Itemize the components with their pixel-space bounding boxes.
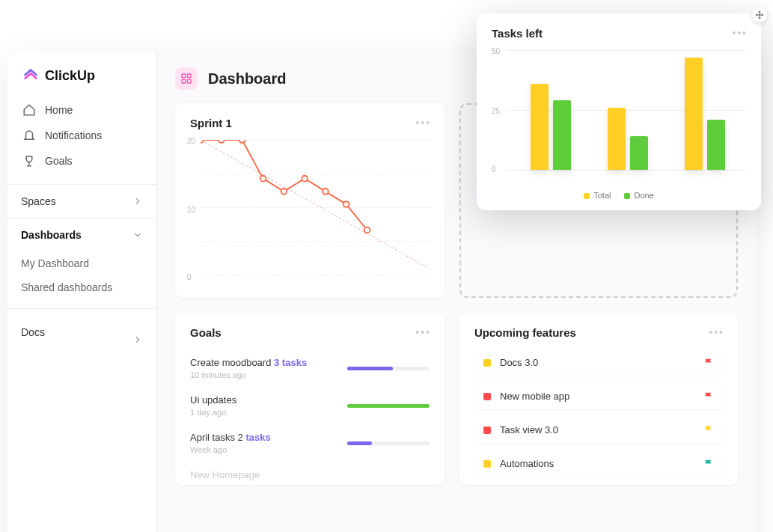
- upcoming-card: Upcoming features ••• Docs 3.0New mobile…: [459, 313, 738, 485]
- feature-item[interactable]: Task view 3.0: [474, 417, 723, 443]
- feature-label: New mobile app: [500, 391, 569, 402]
- goal-item[interactable]: New Homepage: [190, 462, 430, 485]
- tasks-left-more-icon[interactable]: •••: [732, 27, 748, 39]
- goals-title: Goals: [190, 326, 430, 339]
- bar-group: [531, 84, 571, 170]
- nav-notifications-label: Notifications: [45, 129, 102, 141]
- tasks-ytick-0: 0: [492, 165, 496, 174]
- goal-item[interactable]: Ui updates1 day ago: [190, 387, 430, 424]
- svg-point-11: [302, 176, 308, 182]
- nav-notifications[interactable]: Notifications: [21, 123, 143, 148]
- section-docs: Docs: [7, 308, 156, 355]
- goal-time: 10 minutes ago: [190, 370, 307, 379]
- sprint-ytick-10: 10: [187, 206, 195, 214]
- sprint-more-icon[interactable]: •••: [415, 117, 431, 129]
- svg-point-12: [323, 189, 329, 195]
- goal-item[interactable]: Create moodboard 3 tasks10 minutes ago: [190, 349, 430, 387]
- bar-total: [531, 84, 549, 170]
- brand-name: ClickUp: [45, 68, 95, 84]
- feature-label: Task view 3.0: [500, 424, 558, 435]
- tasks-left-title: Tasks left: [492, 27, 746, 40]
- svg-point-14: [364, 227, 370, 233]
- upcoming-more-icon[interactable]: •••: [709, 326, 724, 338]
- flag-icon: [703, 425, 714, 435]
- goals-more-icon[interactable]: •••: [415, 326, 431, 338]
- sprint-title: Sprint 1: [190, 117, 430, 129]
- tasks-legend: Total Done: [492, 191, 746, 200]
- chevron-right-icon: [132, 196, 143, 207]
- upcoming-list: Docs 3.0New mobile appTask view 3.0Autom…: [474, 349, 723, 477]
- goal-progress-bar: [347, 367, 430, 370]
- sidebar: ClickUp Home Notifications Goals Spaces: [7, 52, 157, 532]
- nav-my-dashboard[interactable]: My Dashboard: [21, 251, 143, 275]
- home-icon: [22, 103, 36, 117]
- goal-time: Week ago: [190, 445, 271, 454]
- clickup-logo-icon: [22, 67, 39, 84]
- bar-done: [553, 100, 571, 170]
- section-docs-header[interactable]: Docs: [7, 309, 156, 355]
- svg-rect-4: [187, 79, 191, 83]
- goal-label: Ui updates: [190, 394, 236, 406]
- tasks-ytick-25: 25: [492, 107, 500, 115]
- goal-label: Create moodboard 3 tasks: [190, 357, 307, 368]
- nav-primary: Home Notifications Goals: [7, 97, 156, 184]
- brand-logo[interactable]: ClickUp: [7, 52, 156, 97]
- sprint-ytick-0: 0: [187, 273, 192, 281]
- goal-label: April tasks 2 tasks: [190, 432, 271, 443]
- bar-group: [608, 108, 648, 170]
- nav-home[interactable]: Home: [21, 97, 143, 123]
- svg-point-10: [281, 189, 287, 195]
- trophy-icon: [22, 154, 36, 168]
- flag-icon: [703, 459, 714, 469]
- flag-icon: [703, 358, 714, 368]
- sprint-card: Sprint 1 ••• 20 10 0: [175, 103, 444, 298]
- goal-label: New Homepage: [190, 469, 260, 480]
- nav-goals[interactable]: Goals: [21, 148, 143, 174]
- section-spaces-label: Spaces: [21, 195, 56, 207]
- feature-status-icon: [483, 426, 491, 434]
- dashboards-children: My Dashboard Shared dashboards: [7, 251, 156, 308]
- tasks-left-chart: 50 25 0: [492, 50, 746, 185]
- svg-rect-1: [182, 74, 186, 78]
- goal-item[interactable]: April tasks 2 tasksWeek ago: [190, 424, 430, 462]
- drag-handle-icon[interactable]: [755, 10, 764, 19]
- section-dashboards-label: Dashboards: [21, 229, 82, 241]
- section-dashboards: Dashboards My Dashboard Shared dashboard…: [7, 218, 156, 308]
- bar-total: [608, 108, 626, 170]
- upcoming-title: Upcoming features: [474, 326, 723, 339]
- dashboard-icon: [175, 67, 198, 90]
- bar-done: [707, 120, 725, 170]
- feature-label: Docs 3.0: [500, 357, 538, 368]
- feature-status-icon: [483, 460, 491, 468]
- nav-home-label: Home: [45, 104, 73, 116]
- section-dashboards-header[interactable]: Dashboards: [7, 218, 156, 251]
- bar-done: [630, 136, 648, 170]
- feature-item[interactable]: Automations: [474, 450, 723, 477]
- goal-progress-bar: [347, 441, 430, 445]
- bar-total: [685, 58, 703, 170]
- svg-point-8: [239, 140, 245, 143]
- chevron-right-icon: [132, 334, 143, 345]
- svg-point-9: [260, 176, 266, 182]
- tasks-bars: [513, 50, 743, 170]
- svg-rect-2: [187, 74, 191, 78]
- chevron-down-icon: [132, 230, 143, 240]
- sprint-chart: 20 10 0: [190, 140, 430, 282]
- bar-group: [685, 58, 725, 170]
- section-spaces-header[interactable]: Spaces: [7, 185, 156, 218]
- goals-card: Goals ••• Create moodboard 3 tasks10 min…: [175, 313, 444, 485]
- feature-item[interactable]: Docs 3.0: [474, 349, 723, 376]
- svg-line-5: [201, 140, 430, 269]
- feature-item[interactable]: New mobile app: [474, 383, 723, 409]
- feature-label: Automations: [500, 458, 554, 469]
- bell-icon: [22, 129, 36, 142]
- section-spaces: Spaces: [7, 184, 156, 218]
- feature-status-icon: [483, 359, 491, 367]
- feature-status-icon: [483, 393, 491, 400]
- sprint-burndown-svg: [201, 140, 430, 269]
- tasks-left-card[interactable]: Tasks left ••• 50 25 0 Total Done: [477, 13, 761, 210]
- goal-progress-bar: [347, 404, 430, 408]
- nav-shared-dashboards[interactable]: Shared dashboards: [21, 275, 143, 299]
- legend-done: Done: [624, 191, 653, 200]
- section-docs-label: Docs: [21, 326, 45, 338]
